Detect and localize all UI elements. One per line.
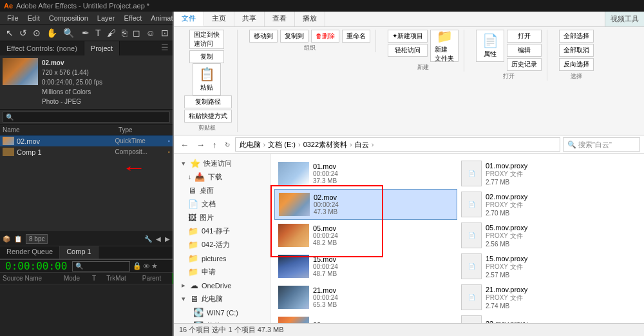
rotation-tool[interactable]: ↺: [17, 27, 29, 39]
btn-open[interactable]: 打开: [507, 30, 542, 43]
menu-edit[interactable]: Edit: [23, 13, 44, 23]
text-tool[interactable]: T: [93, 27, 103, 39]
ribbon-tab-share[interactable]: 共享: [234, 12, 265, 26]
proxy-22mov[interactable]: 📄 22.mov.proxy PROXY 文件: [457, 313, 640, 323]
search-box[interactable]: 🔍 搜索"白云": [563, 137, 640, 152]
breadcrumb[interactable]: 此电脑 › 文档 (E:) › 0322素材资料 › 白云 ›: [235, 137, 561, 152]
bottom-icon-3[interactable]: 🔧: [144, 235, 152, 242]
file-explorer: 文件 主页 共享 查看 播放 视频工具 固定到快速访问 复制: [173, 12, 644, 336]
project-item-02mov[interactable]: 02.mov QuickTime ▪: [0, 135, 173, 146]
btn-paste[interactable]: 📋 粘贴: [193, 63, 221, 95]
proxy-05mov[interactable]: 📄 05.mov.proxy PROXY 文件 2.56 MB: [457, 220, 640, 251]
puppet-tool[interactable]: ⊡: [159, 27, 171, 39]
timeline-search-input[interactable]: [72, 261, 130, 272]
panel-menu-btn[interactable]: ☰: [157, 41, 173, 55]
tl-icon-star[interactable]: ★: [151, 262, 158, 270]
timeline-playhead[interactable]: [173, 273, 173, 284]
sidebar-desktop[interactable]: 🖥 桌面: [174, 184, 270, 197]
ribbon-tab-play[interactable]: 播放: [295, 12, 325, 26]
ribbon-group-new: ✦新建项目 轻松访问 📁 新建文件夹 新建: [383, 30, 464, 72]
tab-project[interactable]: Project: [84, 41, 120, 55]
file-21mov[interactable]: 21.mov 00:00:24 65.3 MB: [274, 282, 457, 313]
btn-copy-path[interactable]: 复制路径: [184, 95, 232, 108]
btn-delete[interactable]: 🗑删除: [311, 30, 339, 43]
sidebar-c-drive[interactable]: 💽 WIN7 (C:): [174, 306, 270, 319]
pan-tool[interactable]: ✋: [44, 27, 59, 39]
btn-easy-access[interactable]: 轻松访问: [388, 44, 428, 57]
proxy-21mov[interactable]: 📄 21.mov.proxy PROXY 文件 2.74 MB: [457, 282, 640, 313]
menu-composition[interactable]: Composition: [44, 13, 93, 23]
tl-icon-lock[interactable]: 🔒: [133, 262, 142, 270]
info-01mov: 01.mov 00:00:24 37.3 MB: [313, 163, 338, 184]
documents-icon: 📄: [188, 199, 198, 209]
project-search-input[interactable]: [3, 112, 170, 123]
file-05mov[interactable]: 05.mov 00:00:24 48.2 MB: [274, 220, 457, 251]
ribbon-tab-view[interactable]: 查看: [265, 12, 295, 26]
roto-tool[interactable]: ☺: [144, 27, 157, 39]
clone-tool[interactable]: ⎘: [120, 27, 129, 39]
pen-tool[interactable]: ✒: [80, 27, 91, 39]
tab-render-queue[interactable]: Render Queue: [0, 246, 60, 259]
forward-button[interactable]: →: [194, 139, 207, 151]
ribbon-tab-home[interactable]: 主页: [204, 12, 234, 26]
btn-edit[interactable]: 编辑: [507, 44, 542, 57]
sidebar-apply[interactable]: 📁 申请: [174, 265, 270, 279]
bottom-icon-2[interactable]: 📋: [14, 235, 22, 242]
menu-effect[interactable]: Effect: [119, 13, 146, 23]
btn-select-all[interactable]: 全部选择: [559, 30, 594, 43]
project-item-comp1[interactable]: Comp 1 Composit... ▪: [0, 146, 173, 157]
btn-history[interactable]: 历史记录: [507, 58, 542, 71]
menu-file[interactable]: File: [3, 13, 23, 23]
sidebar-downloads[interactable]: ↓ 📥 下载: [174, 170, 270, 184]
proxy-01mov[interactable]: 📄 01.mov.proxy PROXY 文件 2.77 MB: [457, 158, 640, 189]
thumb-15mov: [278, 255, 309, 278]
menu-layer[interactable]: Layer: [93, 13, 120, 23]
back-button[interactable]: ←: [178, 139, 191, 151]
proxy-02mov[interactable]: 📄 02.mov.proxy PROXY 文件 2.70 MB: [457, 189, 640, 220]
btn-new-item[interactable]: ✦新建项目: [388, 30, 428, 43]
tab-effect-controls[interactable]: Effect Controls: (none): [0, 41, 84, 55]
btn-properties[interactable]: 📄 属性: [476, 30, 504, 62]
sidebar-pictures2[interactable]: 📁 pictures: [174, 252, 270, 265]
btn-paste-shortcut[interactable]: 粘贴快捷方式: [184, 110, 232, 123]
sidebar-documents[interactable]: 📄 文档: [174, 197, 270, 211]
bottom-icon-1[interactable]: 📦: [3, 235, 10, 242]
camera-tool[interactable]: ⊙: [31, 27, 43, 39]
bottom-icon-5[interactable]: ▶: [165, 235, 170, 242]
btn-deselect-all[interactable]: 全部取消: [559, 44, 594, 57]
ribbon-tab-file[interactable]: 文件: [174, 12, 204, 26]
brush-tool[interactable]: 🖌: [105, 27, 118, 39]
btn-rename[interactable]: 重命名: [342, 30, 370, 43]
btn-new-folder[interactable]: 📁 新建文件夹: [430, 30, 459, 62]
proxy-size-01mov: 2.77 MB: [486, 179, 527, 186]
sidebar-041[interactable]: 📁 041-静子: [174, 224, 270, 238]
btn-invert-select[interactable]: 反向选择: [559, 58, 594, 71]
refresh-button[interactable]: ↻: [222, 140, 232, 150]
file-15mov[interactable]: 15.mov 00:00:24 48.7 MB: [274, 251, 457, 282]
btn-pin-quickaccess[interactable]: 固定到快速访问: [189, 30, 224, 49]
btn-copyto[interactable]: 复制到: [280, 30, 308, 43]
btn-moveto[interactable]: 移动到: [249, 30, 278, 43]
info-22mov: 22.mov 00:00:24: [313, 321, 338, 324]
sidebar-onedrive[interactable]: ☁ OneDrive: [174, 279, 270, 292]
eraser-tool[interactable]: ◻: [131, 27, 142, 39]
file-22mov[interactable]: 22.mov 00:00:24: [274, 313, 457, 323]
tl-icon-eye[interactable]: 👁: [143, 262, 150, 270]
btn-copy[interactable]: 复制: [189, 50, 224, 63]
bottom-icon-4[interactable]: ◀: [156, 235, 161, 242]
selection-tool[interactable]: ↖: [4, 27, 15, 39]
sidebar-042[interactable]: 📁 042-活力: [174, 238, 270, 252]
proxy-name-21mov: 21.mov.proxy: [486, 286, 527, 293]
sidebar-thispc[interactable]: 🖥 此电脑: [174, 292, 270, 306]
file-01mov[interactable]: 01.mov 00:00:24 37.3 MB: [274, 158, 457, 189]
bpc-indicator[interactable]: 8 bpc: [26, 234, 48, 244]
up-button[interactable]: ↑: [210, 139, 220, 151]
file-02mov[interactable]: 02.mov 00:00:24 47.3 MB: [274, 189, 457, 220]
sidebar-pictures[interactable]: 🖼 图片: [174, 211, 270, 224]
proxy-15mov[interactable]: 📄 15.mov.proxy PROXY 文件 2.57 MB: [457, 251, 640, 282]
zoom-tool[interactable]: 🔍: [61, 27, 76, 39]
sidebar-quickaccess[interactable]: ⭐ 快速访问: [174, 157, 270, 170]
panel-tabs: Effect Controls: (none) Project ☰: [0, 41, 173, 55]
ribbon-tabs: 文件 主页 共享 查看 播放 视频工具: [174, 12, 644, 27]
tab-comp1[interactable]: Comp 1: [60, 246, 99, 259]
